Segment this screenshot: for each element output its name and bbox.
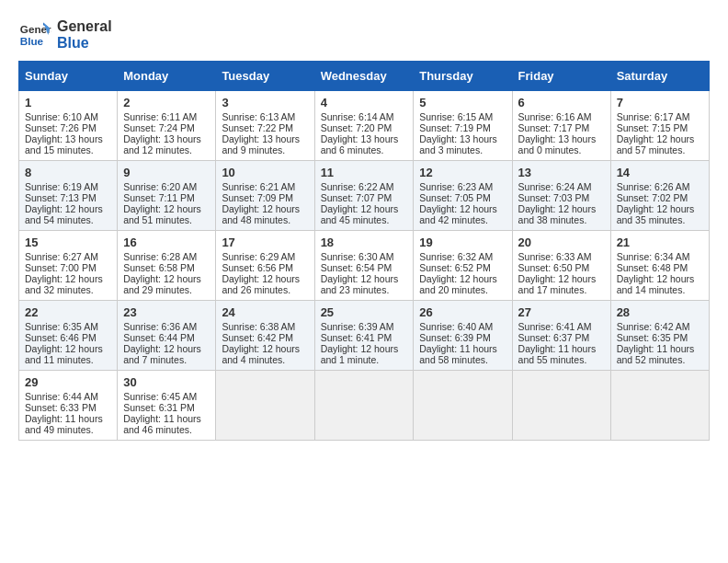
daylight-label: Daylight: 13 hours and 15 minutes. — [25, 133, 103, 155]
day-number: 21 — [617, 236, 703, 249]
sunset-text: Sunset: 7:26 PM — [25, 122, 97, 133]
sunset-text: Sunset: 6:52 PM — [419, 262, 491, 273]
daylight-label: Daylight: 11 hours and 49 minutes. — [25, 413, 103, 435]
day-number: 14 — [617, 166, 703, 179]
calendar-cell: 18 Sunrise: 6:30 AM Sunset: 6:54 PM Dayl… — [314, 231, 414, 301]
day-number: 7 — [617, 96, 703, 109]
daylight-label: Daylight: 11 hours and 46 minutes. — [123, 413, 201, 435]
day-number: 4 — [321, 96, 408, 109]
calendar-cell: 24 Sunrise: 6:38 AM Sunset: 6:42 PM Dayl… — [216, 301, 314, 371]
sunrise-text: Sunrise: 6:11 AM — [123, 111, 197, 122]
calendar-cell — [216, 371, 314, 441]
daylight-label: Daylight: 12 hours and 32 minutes. — [25, 273, 103, 295]
sunrise-text: Sunrise: 6:22 AM — [321, 181, 394, 192]
calendar-cell: 14 Sunrise: 6:26 AM Sunset: 7:02 PM Dayl… — [610, 161, 709, 231]
day-number: 6 — [518, 96, 605, 109]
sunset-text: Sunset: 6:33 PM — [25, 402, 97, 413]
page-header: General Blue General Blue — [18, 18, 710, 52]
sunset-text: Sunset: 6:39 PM — [419, 332, 491, 343]
daylight-label: Daylight: 11 hours and 52 minutes. — [617, 343, 695, 365]
day-number: 18 — [321, 236, 408, 249]
daylight-label: Daylight: 12 hours and 11 minutes. — [25, 343, 103, 365]
calendar-cell: 13 Sunrise: 6:24 AM Sunset: 7:03 PM Dayl… — [512, 161, 610, 231]
day-number: 8 — [25, 166, 111, 179]
day-number: 16 — [123, 236, 210, 249]
daylight-label: Daylight: 12 hours and 48 minutes. — [222, 203, 300, 225]
day-number: 24 — [222, 305, 308, 319]
daylight-label: Daylight: 12 hours and 26 minutes. — [222, 273, 300, 295]
sunrise-text: Sunrise: 6:41 AM — [518, 321, 592, 332]
calendar-cell: 7 Sunrise: 6:17 AM Sunset: 7:15 PM Dayli… — [610, 91, 709, 161]
sunset-text: Sunset: 7:09 PM — [222, 192, 293, 203]
sunrise-text: Sunrise: 6:39 AM — [321, 321, 394, 332]
sunset-text: Sunset: 7:07 PM — [321, 192, 392, 203]
sunrise-text: Sunrise: 6:32 AM — [419, 251, 493, 262]
sunset-text: Sunset: 6:58 PM — [123, 262, 195, 273]
calendar-cell: 5 Sunrise: 6:15 AM Sunset: 7:19 PM Dayli… — [414, 91, 512, 161]
daylight-label: Daylight: 12 hours and 38 minutes. — [518, 203, 597, 225]
day-number: 15 — [25, 236, 111, 249]
calendar-cell: 1 Sunrise: 6:10 AM Sunset: 7:26 PM Dayli… — [19, 91, 118, 161]
daylight-label: Daylight: 12 hours and 35 minutes. — [617, 203, 695, 225]
header-wednesday: Wednesday — [314, 62, 414, 91]
logo-icon: General Blue — [18, 18, 51, 52]
calendar-header-row: SundayMondayTuesdayWednesdayThursdayFrid… — [19, 62, 710, 91]
calendar-week-row: 29 Sunrise: 6:44 AM Sunset: 6:33 PM Dayl… — [19, 371, 710, 441]
calendar-cell: 9 Sunrise: 6:20 AM Sunset: 7:11 PM Dayli… — [118, 161, 216, 231]
sunrise-text: Sunrise: 6:15 AM — [419, 111, 493, 122]
day-number: 28 — [617, 305, 703, 319]
sunset-text: Sunset: 6:37 PM — [518, 332, 590, 343]
sunset-text: Sunset: 7:02 PM — [617, 192, 688, 203]
day-number: 23 — [123, 305, 210, 319]
daylight-label: Daylight: 12 hours and 57 minutes. — [617, 133, 695, 155]
sunrise-text: Sunrise: 6:28 AM — [123, 251, 197, 262]
calendar-cell: 21 Sunrise: 6:34 AM Sunset: 6:48 PM Dayl… — [610, 231, 709, 301]
calendar-cell: 23 Sunrise: 6:36 AM Sunset: 6:44 PM Dayl… — [118, 301, 216, 371]
calendar-cell: 19 Sunrise: 6:32 AM Sunset: 6:52 PM Dayl… — [414, 231, 512, 301]
sunset-text: Sunset: 7:03 PM — [518, 192, 590, 203]
daylight-label: Daylight: 12 hours and 51 minutes. — [123, 203, 201, 225]
daylight-label: Daylight: 13 hours and 12 minutes. — [123, 133, 201, 155]
sunrise-text: Sunrise: 6:24 AM — [518, 181, 592, 192]
day-number: 22 — [25, 305, 111, 319]
header-sunday: Sunday — [19, 62, 118, 91]
calendar-cell: 2 Sunrise: 6:11 AM Sunset: 7:24 PM Dayli… — [118, 91, 216, 161]
calendar-cell: 26 Sunrise: 6:40 AM Sunset: 6:39 PM Dayl… — [414, 301, 512, 371]
sunrise-text: Sunrise: 6:40 AM — [419, 321, 493, 332]
sunrise-text: Sunrise: 6:29 AM — [222, 251, 295, 262]
sunset-text: Sunset: 7:22 PM — [222, 122, 293, 133]
daylight-label: Daylight: 13 hours and 3 minutes. — [419, 133, 497, 155]
day-number: 27 — [518, 305, 605, 319]
sunset-text: Sunset: 6:46 PM — [25, 332, 97, 343]
daylight-label: Daylight: 13 hours and 6 minutes. — [321, 133, 399, 155]
sunrise-text: Sunrise: 6:42 AM — [617, 321, 690, 332]
day-number: 2 — [123, 96, 210, 109]
sunrise-text: Sunrise: 6:45 AM — [123, 391, 197, 402]
calendar-cell: 4 Sunrise: 6:14 AM Sunset: 7:20 PM Dayli… — [314, 91, 414, 161]
day-number: 13 — [518, 166, 605, 179]
calendar-cell: 10 Sunrise: 6:21 AM Sunset: 7:09 PM Dayl… — [216, 161, 314, 231]
day-number: 10 — [222, 166, 308, 179]
sunrise-text: Sunrise: 6:27 AM — [25, 251, 98, 262]
sunset-text: Sunset: 6:54 PM — [321, 262, 392, 273]
sunset-text: Sunset: 6:41 PM — [321, 332, 392, 343]
header-thursday: Thursday — [414, 62, 512, 91]
day-number: 25 — [321, 305, 408, 319]
sunrise-text: Sunrise: 6:34 AM — [617, 251, 690, 262]
sunrise-text: Sunrise: 6:36 AM — [123, 321, 197, 332]
sunset-text: Sunset: 7:17 PM — [518, 122, 590, 133]
sunrise-text: Sunrise: 6:16 AM — [518, 111, 592, 122]
calendar-cell: 17 Sunrise: 6:29 AM Sunset: 6:56 PM Dayl… — [216, 231, 314, 301]
calendar-cell — [414, 371, 512, 441]
daylight-label: Daylight: 12 hours and 1 minute. — [321, 343, 399, 365]
sunrise-text: Sunrise: 6:19 AM — [25, 181, 98, 192]
sunrise-text: Sunrise: 6:44 AM — [25, 391, 98, 402]
calendar-cell — [512, 371, 610, 441]
sunset-text: Sunset: 7:24 PM — [123, 122, 195, 133]
daylight-label: Daylight: 12 hours and 7 minutes. — [123, 343, 201, 365]
daylight-label: Daylight: 12 hours and 45 minutes. — [321, 203, 399, 225]
day-number: 12 — [419, 166, 506, 179]
sunrise-text: Sunrise: 6:14 AM — [321, 111, 394, 122]
daylight-label: Daylight: 12 hours and 42 minutes. — [419, 203, 497, 225]
daylight-label: Daylight: 11 hours and 58 minutes. — [419, 343, 497, 365]
